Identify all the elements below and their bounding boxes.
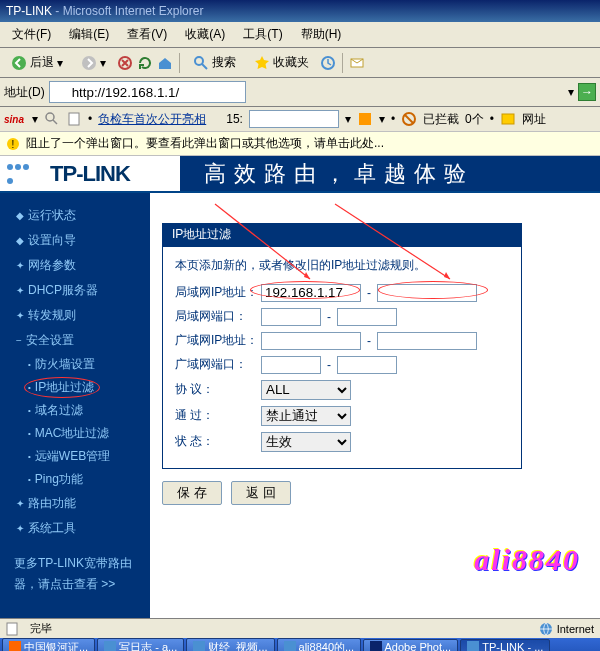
menu-help[interactable]: 帮助(H) <box>293 24 350 45</box>
task-item-5[interactable]: TP-LINK - ... <box>460 639 550 651</box>
sina-news-link[interactable]: 负检车首次公开亮相 <box>98 111 206 128</box>
select-pass[interactable]: 禁止通过 <box>261 406 351 426</box>
sina-combo[interactable] <box>249 110 339 128</box>
refresh-icon[interactable] <box>137 55 153 71</box>
history-icon[interactable] <box>320 55 336 71</box>
row-lan-ip: 局域网IP地址： - <box>175 284 509 302</box>
taskbar: 中国银河证... 写日志 - a... 财经_视频... ali8840的...… <box>0 638 600 651</box>
mail-icon[interactable] <box>349 55 365 71</box>
sina-combo-dropdown-icon[interactable]: ▾ <box>345 112 351 126</box>
menu-view[interactable]: 查看(V) <box>119 24 175 45</box>
main-panel: IP地址过滤 本页添加新的，或者修改旧的IP地址过滤规则。 局域网IP地址： -… <box>150 193 600 618</box>
input-wan-port-start[interactable] <box>261 356 321 374</box>
sidebar-item-wizard[interactable]: ◆设置向导 <box>0 228 150 253</box>
sidebar-sub-domainfilter[interactable]: •域名过滤 <box>0 399 150 422</box>
sina-search-icon[interactable] <box>44 111 60 127</box>
svg-rect-10 <box>359 113 371 125</box>
sidebar-sub-firewall[interactable]: •防火墙设置 <box>0 353 150 376</box>
ie-icon <box>467 641 479 651</box>
title-suffix: - Microsoft Internet Explorer <box>52 4 203 18</box>
sina-dropdown-icon[interactable]: ▾ <box>32 112 38 126</box>
sina-doc-icon[interactable] <box>66 111 82 127</box>
sidebar-label: 系统工具 <box>28 520 76 537</box>
sidebar-item-routing[interactable]: ✦路由功能 <box>0 491 150 516</box>
label-status: 状 态： <box>175 433 261 450</box>
panel-title: IP地址过滤 <box>162 223 522 246</box>
row-status: 状 态： 生效 <box>175 432 509 452</box>
sidebar-sub-label: 远端WEB管理 <box>35 448 110 465</box>
input-lan-port-start[interactable] <box>261 308 321 326</box>
watermark: ali8840 <box>474 543 580 577</box>
back-button[interactable]: 后退 ▾ <box>4 51 70 74</box>
menu-edit[interactable]: 编辑(E) <box>61 24 117 45</box>
sidebar-item-dhcp[interactable]: ✦DHCP服务器 <box>0 278 150 303</box>
ie-icon <box>193 641 205 651</box>
sidebar-sub-ping[interactable]: •Ping功能 <box>0 468 150 491</box>
address-bar: 地址(D) ▾ → <box>0 78 600 107</box>
logo-dots-icon <box>6 160 36 180</box>
sidebar-item-status[interactable]: ◆运行状态 <box>0 203 150 228</box>
sidebar-item-security[interactable]: −安全设置 <box>0 328 150 353</box>
task-item-3[interactable]: ali8840的... <box>277 638 362 652</box>
sidebar-item-forwarding[interactable]: ✦转发规则 <box>0 303 150 328</box>
row-lan-port: 局域网端口： - <box>175 308 509 326</box>
forward-button[interactable]: ▾ <box>74 52 113 74</box>
sidebar-item-system[interactable]: ✦系统工具 <box>0 516 150 541</box>
sina-logo-icon[interactable]: sina <box>4 111 26 127</box>
save-button[interactable]: 保 存 <box>162 481 222 505</box>
input-wan-ip-start[interactable] <box>261 332 361 350</box>
task-label: ali8840的... <box>299 640 355 652</box>
favorites-button[interactable]: 收藏夹 <box>247 51 316 74</box>
button-row: 保 存 返 回 <box>162 481 522 505</box>
input-wan-port-end[interactable] <box>337 356 397 374</box>
sidebar-sub-ipfilter[interactable]: •IP地址过滤 <box>0 376 150 399</box>
sidebar-more[interactable]: 更多TP-LINK宽带路由 器，请点击查看 >> <box>0 541 150 608</box>
banner: TP-LINK 高效路由，卓越体验 <box>0 156 600 191</box>
menubar: 文件(F) 编辑(E) 查看(V) 收藏(A) 工具(T) 帮助(H) <box>0 22 600 48</box>
sina-color-icon[interactable] <box>357 111 373 127</box>
menu-file[interactable]: 文件(F) <box>4 24 59 45</box>
search-button[interactable]: 搜索 <box>186 51 243 74</box>
home-icon[interactable] <box>157 55 173 71</box>
forward-dropdown-icon[interactable]: ▾ <box>100 56 106 70</box>
menu-tools[interactable]: 工具(T) <box>235 24 290 45</box>
menu-fav[interactable]: 收藏(A) <box>177 24 233 45</box>
back-button[interactable]: 返 回 <box>231 481 291 505</box>
svg-point-1 <box>82 56 96 70</box>
sidebar-label: 转发规则 <box>28 307 76 324</box>
globe-icon <box>539 622 553 636</box>
task-item-2[interactable]: 财经_视频... <box>186 638 274 652</box>
popup-infobar[interactable]: ! 阻止了一个弹出窗口。要查看此弹出窗口或其他选项，请单击此处... <box>0 132 600 156</box>
task-item-1[interactable]: 写日志 - a... <box>97 638 184 652</box>
url-icon[interactable] <box>500 111 516 127</box>
select-status[interactable]: 生效 <box>261 432 351 452</box>
sina-sep2: • <box>391 112 395 126</box>
stop-icon[interactable] <box>117 55 133 71</box>
toolbar: 后退 ▾ ▾ 搜索 收藏夹 <box>0 48 600 78</box>
sidebar-sub-label: 域名过滤 <box>35 402 83 419</box>
input-wan-ip-end[interactable] <box>377 332 477 350</box>
row-wan-port: 广域网端口： - <box>175 356 509 374</box>
sidebar-sub-label: MAC地址过滤 <box>35 425 110 442</box>
sidebar-sub-macfilter[interactable]: •MAC地址过滤 <box>0 422 150 445</box>
sidebar-item-network[interactable]: ✦网络参数 <box>0 253 150 278</box>
label-pass: 通 过： <box>175 407 261 424</box>
input-lan-port-end[interactable] <box>337 308 397 326</box>
go-button[interactable]: → <box>578 83 596 101</box>
address-input[interactable] <box>49 81 246 103</box>
sidebar-sub-remoteweb[interactable]: •远端WEB管理 <box>0 445 150 468</box>
task-item-0[interactable]: 中国银河证... <box>2 638 95 652</box>
input-lan-ip-start[interactable] <box>261 284 361 302</box>
zone-label: Internet <box>557 623 594 635</box>
svg-rect-12 <box>502 114 514 124</box>
select-protocol[interactable]: ALL <box>261 380 351 400</box>
task-item-4[interactable]: Adobe Phot... <box>363 639 458 651</box>
sidebar-sub-label: 防火墙设置 <box>35 356 95 373</box>
security-zone[interactable]: Internet <box>539 622 594 636</box>
address-dropdown-icon[interactable]: ▾ <box>568 85 574 99</box>
back-dropdown-icon[interactable]: ▾ <box>57 56 63 70</box>
input-lan-ip-end[interactable] <box>377 284 477 302</box>
task-label: 写日志 - a... <box>119 640 177 652</box>
urls-label[interactable]: 网址 <box>522 111 546 128</box>
sina-dd2[interactable]: ▾ <box>379 112 385 126</box>
